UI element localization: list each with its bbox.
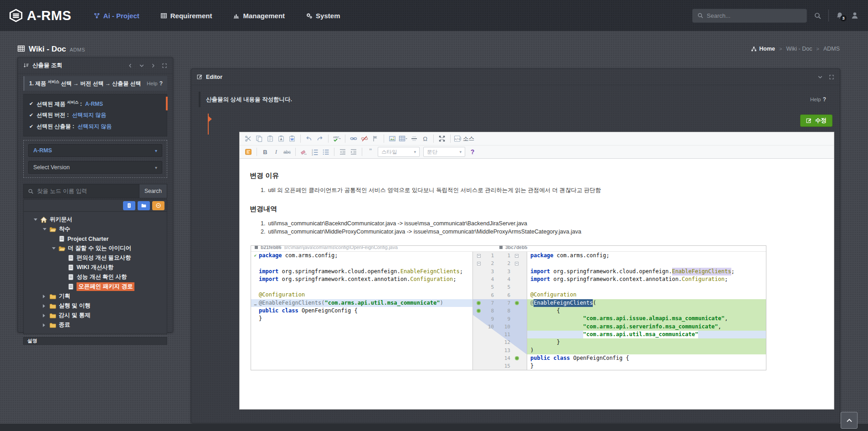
toolbar-format-select[interactable]: 문단▾ (423, 147, 465, 157)
user-icon[interactable] (851, 11, 859, 20)
tree-expander-icon[interactable] (43, 228, 48, 230)
editor-content: 변경 이유 1.util 의 오픈페인 클라이언트가 공통적인 서비스 영역으로… (240, 171, 834, 370)
editor-collapse-icon[interactable] (817, 74, 823, 80)
edit-button[interactable]: 수정 (800, 114, 832, 127)
toolbar-bulleted-list-button[interactable] (321, 147, 331, 157)
diff-left-pane[interactable]: ✔package com.arms.config;import org.spri… (251, 252, 473, 370)
selected-item-row: ✔선택된 제품 서비스 : A-RMS (29, 98, 161, 109)
tree-expander-icon[interactable] (43, 314, 48, 317)
fold-icon[interactable] (475, 262, 482, 265)
tree-item-오픈페인-패키지-경로[interactable]: 오픈페인 패키지 경로 (61, 282, 164, 291)
toolbar-anchor-button[interactable] (370, 134, 380, 144)
tree-item-project-charter[interactable]: Project Charter (52, 234, 164, 244)
tree-expander-icon[interactable] (43, 295, 48, 298)
change-marker-icon[interactable] (475, 301, 482, 305)
tree-item-감시-및-통제[interactable]: 감시 및 통제 (43, 311, 164, 320)
toolbar-maximize-button[interactable] (437, 134, 447, 144)
toolbar-eraser-button[interactable] (299, 147, 309, 157)
toolbar-link-button[interactable] (349, 134, 359, 144)
tree-item-label: 오픈페인 패키지 경로 (77, 282, 134, 291)
toolbar-unlink-button[interactable] (360, 134, 370, 144)
tree-item-착수[interactable]: 착수 (43, 224, 164, 234)
toolbar-numbered-list-button[interactable]: 123 (310, 147, 320, 157)
scroll-to-top-button[interactable] (841, 412, 858, 429)
toolbar-paste-text-button[interactable]: A (276, 134, 286, 144)
tree-expander-icon[interactable] (34, 218, 39, 221)
node-search-input[interactable] (37, 188, 135, 194)
toolbar-undo-button[interactable] (304, 134, 314, 144)
left-help-link[interactable]: Help? (147, 80, 163, 87)
editor-help-link[interactable]: Help? (810, 96, 826, 103)
search-submit-icon[interactable] (814, 12, 822, 20)
fold-icon[interactable] (513, 262, 520, 265)
menu-item-management[interactable]: Management (233, 12, 285, 20)
breadcrumb-home[interactable]: Home (751, 46, 775, 52)
toolbar-style-select[interactable]: 스타일▾ (378, 147, 420, 157)
menu-item-requirement[interactable]: Requirement (160, 12, 212, 20)
breadcrumb-item[interactable]: ADMS (823, 46, 840, 52)
tree-expander-icon[interactable] (52, 247, 57, 249)
menu-item-system[interactable]: System (306, 12, 340, 20)
notifications-icon[interactable]: 3 (836, 11, 844, 20)
global-search[interactable] (692, 9, 807, 23)
toolbar-strike-button[interactable]: abc (282, 147, 292, 157)
editor-expand-icon[interactable] (829, 74, 834, 80)
toolbar-templates-button[interactable] (243, 147, 253, 157)
tree-item-성능-개선-확인-사항[interactable]: 성능 개선 확인 사항 (61, 272, 164, 282)
tree-item-위키문서[interactable]: 위키문서 (34, 215, 164, 224)
toolbar-table-button[interactable] (398, 134, 408, 144)
diff-right-pane[interactable]: package com.arms.config;import org.sprin… (527, 252, 766, 370)
panel-expand-icon[interactable] (162, 63, 167, 68)
add-folder-button[interactable] (138, 201, 150, 210)
breadcrumb-item[interactable]: Wiki - Doc (786, 46, 812, 52)
toolbar-italic-button[interactable]: I (271, 147, 281, 157)
tree-item-편의성-개선-필요사항[interactable]: 편의성 개선 필요사항 (61, 253, 164, 263)
toolbar-redo-button[interactable] (315, 134, 325, 144)
search-input[interactable] (707, 12, 802, 19)
fold-icon[interactable] (513, 254, 520, 258)
tree-item-wiki-개선사항[interactable]: WIKI 개선사항 (61, 263, 164, 272)
version-select[interactable]: Select Version ▾ (28, 161, 162, 174)
panel-next-icon[interactable] (150, 63, 156, 68)
toolbar-bold-button[interactable]: B (260, 147, 270, 157)
toolbar-hline-button[interactable] (409, 134, 419, 144)
change-marker-icon[interactable] (513, 356, 520, 360)
add-document-button[interactable] (123, 201, 135, 210)
toolbar-cut-button[interactable] (243, 134, 253, 144)
tree-item-더-잘할-수-있는-아이디어[interactable]: 더 잘할 수 있는 아이디어 (52, 244, 164, 253)
tree-item-종료[interactable]: 종료 (43, 320, 164, 330)
change-marker-icon[interactable] (475, 309, 482, 313)
reason-list: 1.util 의 오픈페인 클라이언트가 공통적인 서비스 영역으로 있다보니 … (261, 186, 834, 194)
toolbar-paste-word-button[interactable]: W (287, 134, 297, 144)
toolbar-image-button[interactable] (387, 134, 397, 144)
product-select[interactable]: A-RMS ▾ (28, 144, 162, 157)
code-line: ) (527, 347, 766, 354)
menu-item-ai-project[interactable]: Ai - Project (93, 12, 139, 20)
tree-item-label: Project Charter (67, 236, 108, 242)
fold-icon[interactable] (475, 254, 482, 258)
toolbar-indent-button[interactable] (349, 147, 359, 157)
tree-item-기획[interactable]: 기획 (43, 291, 164, 301)
tree-expander-icon[interactable] (43, 323, 48, 327)
tree-expander-icon[interactable] (43, 304, 48, 308)
toolbar-source-button[interactable]: </>소스 (454, 134, 474, 144)
source-label: 소스 (463, 135, 474, 143)
description-bar[interactable]: 설명 (23, 337, 167, 345)
panel-collapse-icon[interactable] (139, 63, 144, 68)
toolbar-blockquote-button[interactable]: ” (365, 147, 375, 157)
panel-prev-icon[interactable] (128, 63, 133, 68)
node-search-field[interactable] (23, 184, 139, 198)
toolbar-paste-button[interactable] (265, 134, 275, 144)
toolbar-omega-button[interactable]: Ω (420, 134, 430, 144)
toolbar-copy-button[interactable] (254, 134, 264, 144)
panel-resize-handle[interactable] (208, 114, 209, 135)
node-search-button[interactable]: Search (139, 184, 167, 198)
toolbar-outdent-button[interactable] (338, 147, 348, 157)
change-marker-icon[interactable] (513, 301, 520, 305)
remove-node-button[interactable] (152, 201, 164, 210)
toolbar-help-button[interactable]: ? (467, 147, 478, 157)
tree-item-실행-및-이행[interactable]: 실행 및 이행 (43, 301, 164, 311)
list-item: 2.util\msa_communicatr\MiddleProxyCommun… (261, 228, 834, 236)
app-logo[interactable]: A-RMS (9, 8, 72, 23)
toolbar-spellcheck-button[interactable]: ABC (332, 134, 342, 144)
